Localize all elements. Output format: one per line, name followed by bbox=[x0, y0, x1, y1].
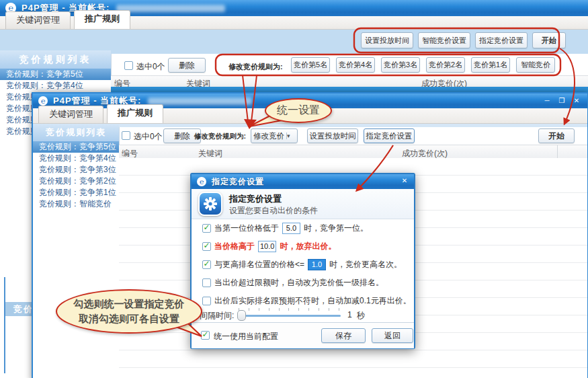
select-all-checkbox[interactable] bbox=[122, 131, 130, 140]
close-button[interactable]: ✕ bbox=[399, 176, 410, 186]
condition-text: 当出价超过限额时，自动改为竞价低一级排名。 bbox=[214, 277, 384, 289]
sidebar-item-rule3[interactable]: 竞价规则：竞争第3位 bbox=[33, 164, 119, 176]
condition-text: 当第一位价格低于 bbox=[214, 223, 279, 234]
checkbox-unchecked[interactable] bbox=[202, 278, 211, 287]
modify-bid-dropdown[interactable]: 修改竞价 ▾ bbox=[251, 128, 298, 143]
rule-sidebar-header: 竞价规则列表 bbox=[33, 124, 119, 141]
condition-row-1: ✓ 当第一位价格低于 5.0 时，竞争第一位。 bbox=[202, 221, 409, 235]
interval-row: 间隔时间: 1 秒 bbox=[192, 307, 414, 322]
condition-row-2: ✓ 当价格高于 10.0 时，放弃出价。 bbox=[202, 239, 409, 253]
close-button[interactable]: ✕ bbox=[571, 96, 582, 106]
tab-promotion-rules[interactable]: 推广规则 bbox=[74, 10, 130, 29]
assign-bid-settings-button[interactable]: 指定竞价设置 bbox=[364, 128, 415, 143]
tab-keyword-management[interactable]: 关键词管理 bbox=[38, 106, 103, 123]
condition-row-3: ✓ 与更高排名位置的价格<= 1.0 时，竞价更高名次。 bbox=[202, 258, 409, 271]
interval-unit: 秒 bbox=[357, 310, 365, 322]
checkbox-unchecked[interactable] bbox=[202, 297, 211, 305]
modify-rule-label: 修改竞价规则为: bbox=[194, 132, 246, 141]
rule-sidebar-list: 竞价规则：竞争第5位 竞价规则：竞争第4位 竞价规则：竞争第3位 竞价规则：竞争… bbox=[33, 141, 119, 210]
condition-row-5: 出价后实际排名跟预期不符时，自动加减0.1元再出价。 bbox=[202, 294, 409, 307]
condition-text: 与更高排名位置的价格<= bbox=[214, 259, 304, 270]
bid-rank3-button[interactable]: 竞价第3名 bbox=[381, 57, 420, 73]
toolbar: 选中0个 删除 修改竞价规则为: 修改竞价 ▾ 设置投放时间 指定竞价设置 开始 bbox=[119, 127, 587, 145]
sidebar-item-rule4[interactable]: 竞价规则：竞争第4位 bbox=[0, 80, 111, 91]
unify-note-callout: 勾选则统一设置指定竞价 取消勾选则可各自设置 bbox=[56, 289, 202, 334]
select-all-checkbox[interactable] bbox=[124, 61, 133, 70]
tab-bar: 关键词管理 推广规则 bbox=[0, 16, 588, 30]
dialog-header-subtitle: 设置您要自动出价的条件 bbox=[229, 205, 318, 217]
unify-settings-callout: 统一设置 bbox=[265, 98, 332, 123]
select-count-label: 选中0个 bbox=[136, 61, 165, 73]
blurred-account bbox=[148, 98, 252, 105]
price-input[interactable]: 5.0 bbox=[282, 223, 300, 234]
tab-keyword-management[interactable]: 关键词管理 bbox=[5, 11, 71, 29]
callout-line2: 取消勾选则可各自设置 bbox=[79, 311, 179, 326]
sidebar-item-rule5[interactable]: 竞价规则：竞争第5位 bbox=[33, 141, 119, 153]
slider-thumb[interactable] bbox=[237, 310, 246, 321]
smart-bid-settings-button[interactable]: 智能竞价设置 bbox=[418, 32, 470, 48]
save-button[interactable]: 保存 bbox=[321, 328, 366, 343]
table-header: 编号 关键词 成功竞价(次) bbox=[119, 145, 587, 159]
action-button-row: 设置投放时间 智能竞价设置 指定竞价设置 开始 bbox=[361, 32, 566, 48]
sidebar-item-smart[interactable]: 竞价规则：智能竞价 bbox=[33, 198, 119, 210]
dialog-title: 指定竞价设置 bbox=[212, 176, 264, 188]
chevron-down-icon[interactable]: ▾ bbox=[286, 133, 297, 139]
start-button[interactable]: 开始 bbox=[538, 128, 575, 143]
unify-config-label: 统一使用当前配置 bbox=[214, 331, 278, 342]
bid-rank4-button[interactable]: 竞价第4名 bbox=[336, 57, 375, 73]
slider-track[interactable] bbox=[237, 315, 341, 317]
tab-promotion-rules[interactable]: 推广规则 bbox=[107, 104, 163, 123]
start-button[interactable]: 开始 bbox=[532, 32, 566, 48]
interval-value: 1 bbox=[347, 310, 352, 319]
dialog-header-title: 指定竞价设置 bbox=[229, 193, 282, 205]
price-input[interactable]: 10.0 bbox=[258, 241, 276, 252]
sidebar-item-rule5[interactable]: 竞价规则：竞争第5位 bbox=[0, 69, 111, 80]
gear-icon bbox=[198, 192, 222, 216]
condition-text: 时，竞价更高名次。 bbox=[329, 259, 402, 270]
condition-text: 时，竞争第一位。 bbox=[304, 223, 368, 234]
dialog-footer: ✓ 统一使用当前配置 保存 返回 bbox=[192, 322, 414, 348]
set-schedule-button[interactable]: 设置投放时间 bbox=[307, 128, 358, 143]
bid-rank2-button[interactable]: 竞价第2名 bbox=[426, 57, 465, 73]
back-button[interactable]: 返回 bbox=[372, 328, 413, 343]
checkbox-checked[interactable]: ✓ bbox=[202, 224, 211, 233]
condition-text: 当价格高于 bbox=[214, 241, 255, 252]
maximize-button[interactable]: ❐ bbox=[556, 96, 567, 106]
modify-rule-label: 修改竞价规则为: bbox=[228, 62, 283, 72]
unify-config-checkbox[interactable]: ✓ bbox=[201, 331, 210, 340]
sidebar-item-rule1[interactable]: 竞价规则：竞争第1位 bbox=[33, 187, 119, 198]
callout-line1: 勾选则统一设置指定竞价 bbox=[74, 297, 185, 311]
smart-bid-button[interactable]: 智能竞价 bbox=[516, 57, 555, 73]
column-separator bbox=[557, 145, 558, 159]
app-icon: ℮ bbox=[38, 96, 48, 106]
condition-row-4: 当出价超过限额时，自动改为竞价低一级排名。 bbox=[202, 276, 409, 289]
slider-ticks bbox=[239, 308, 339, 311]
interval-label: 间隔时间: bbox=[200, 310, 234, 322]
screenshot-stage: ℮ P4P管理 - 当前帐号: 关键词管理 推广规则 竞价规则列表 竞价规则：竞… bbox=[0, 0, 588, 378]
sidebar-item-rule2[interactable]: 竞价规则：竞争第2位 bbox=[33, 176, 119, 187]
callout-text: 统一设置 bbox=[277, 104, 320, 118]
checkbox-checked[interactable]: ✓ bbox=[202, 260, 211, 269]
app-icon: ℮ bbox=[197, 177, 206, 186]
assign-bid-settings-button[interactable]: 指定竞价设置 bbox=[475, 32, 528, 48]
dialog-titlebar[interactable]: ℮ 指定竞价设置 ✕ bbox=[192, 174, 414, 189]
sidebar-item-rule4[interactable]: 竞价规则：竞争第4位 bbox=[33, 153, 119, 164]
bid-rank5-button[interactable]: 竞价第5名 bbox=[291, 57, 330, 73]
price-input-selected[interactable]: 1.0 bbox=[308, 259, 326, 270]
left-panel-border bbox=[4, 277, 5, 373]
select-count-label: 选中0个 bbox=[134, 131, 163, 143]
condition-text: 时，放弃出价。 bbox=[280, 241, 336, 252]
checkbox-checked[interactable]: ✓ bbox=[202, 242, 211, 251]
blurred-account bbox=[116, 5, 225, 12]
condition-text: 出价后实际排名跟预期不符时，自动加减0.1元再出价。 bbox=[214, 295, 411, 307]
bid-rank1-button[interactable]: 竞价第1名 bbox=[471, 57, 510, 73]
dialog-header: 指定竞价设置 设置您要自动出价的条件 bbox=[192, 189, 414, 219]
modify-bid-dropdown-label: 修改竞价 bbox=[251, 131, 286, 141]
rule-sidebar-header: 竞价规则列表 bbox=[0, 50, 111, 69]
assign-bid-dialog: ℮ 指定竞价设置 ✕ 指定竞价设置 设置您要自动出价的条件 bbox=[190, 173, 415, 349]
set-schedule-button[interactable]: 设置投放时间 bbox=[361, 32, 413, 48]
rule-button-row: 竞价第5名 竞价第4名 竞价第3名 竞价第2名 竞价第1名 智能竞价 bbox=[291, 57, 555, 73]
delete-button[interactable]: 删除 bbox=[168, 58, 206, 73]
minimize-button[interactable]: ─ bbox=[542, 96, 552, 106]
